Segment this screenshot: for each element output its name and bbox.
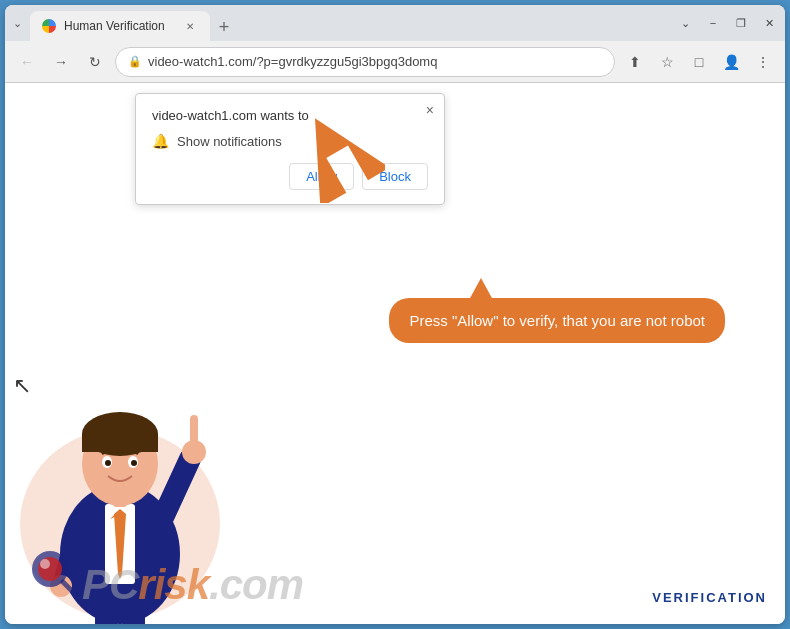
speech-bubble: Press "Allow" to verify, that you are no…	[389, 298, 725, 343]
tab-close-button[interactable]: ✕	[182, 18, 198, 34]
minimize-button[interactable]: −	[705, 17, 721, 29]
title-bar: ⌄ Human Verification ✕ + ⌄ − ❐ ✕	[5, 5, 785, 41]
pcrisk-dotcom-text: .com	[209, 561, 303, 609]
account-button[interactable]: 👤	[717, 48, 745, 76]
menu-button[interactable]: ⋮	[749, 48, 777, 76]
address-bar[interactable]: 🔒 video-watch1.com/?p=gvrdkyzzgu5gi3bpgq…	[115, 47, 615, 77]
svg-marker-1	[285, 103, 385, 203]
tab-favicon	[42, 19, 56, 33]
active-tab[interactable]: Human Verification ✕	[30, 11, 210, 41]
orange-arrow-icon	[285, 103, 385, 203]
chevron-down-icon[interactable]: ⌄	[677, 17, 693, 30]
pcrisk-logo-area: PC risk .com	[25, 544, 303, 609]
pcrisk-magnifier-icon	[25, 544, 80, 599]
tab-title: Human Verification	[64, 19, 165, 33]
tab-area: Human Verification ✕ +	[30, 5, 665, 41]
pcrisk-text: PC	[82, 561, 138, 609]
nav-bar: ← → ↻ 🔒 video-watch1.com/?p=gvrdkyzzgu5g…	[5, 41, 785, 83]
forward-button[interactable]: →	[47, 48, 75, 76]
close-button[interactable]: ✕	[761, 17, 777, 30]
maximize-button[interactable]: ❐	[733, 17, 749, 30]
pcrisk-risk-text: risk	[138, 561, 209, 609]
extensions-button[interactable]: □	[685, 48, 713, 76]
new-tab-button[interactable]: +	[210, 13, 238, 41]
window-controls: ⌄ − ❐ ✕	[669, 17, 777, 30]
reload-button[interactable]: ↻	[81, 48, 109, 76]
bookmark-button[interactable]: ☆	[653, 48, 681, 76]
share-button[interactable]: ⬆	[621, 48, 649, 76]
svg-point-15	[131, 460, 137, 466]
url-text: video-watch1.com/?p=gvrdkyzzgu5gi3bpgq3d…	[148, 54, 437, 69]
svg-point-28	[40, 559, 50, 569]
arrow-container	[285, 103, 385, 207]
show-notifications-label: Show notifications	[177, 134, 282, 149]
verification-label-area: VERIFICATION	[652, 588, 767, 606]
popup-close-button[interactable]: ×	[426, 102, 434, 118]
tab-strip-chevron[interactable]: ⌄	[13, 17, 22, 30]
verification-label: VERIFICATION	[652, 590, 767, 605]
back-button[interactable]: ←	[13, 48, 41, 76]
nav-actions: ⬆ ☆ □ 👤 ⋮	[621, 48, 777, 76]
lock-icon: 🔒	[128, 55, 142, 68]
speech-bubble-text: Press "Allow" to verify, that you are no…	[409, 312, 705, 329]
bell-icon: 🔔	[152, 133, 169, 149]
svg-rect-11	[82, 434, 158, 452]
svg-line-29	[63, 582, 75, 594]
browser-window: ⌄ Human Verification ✕ + ⌄ − ❐ ✕ ← → ↻	[5, 5, 785, 624]
svg-point-14	[105, 460, 111, 466]
page-content: × video-watch1.com wants to 🔔 Show notif…	[5, 83, 785, 624]
